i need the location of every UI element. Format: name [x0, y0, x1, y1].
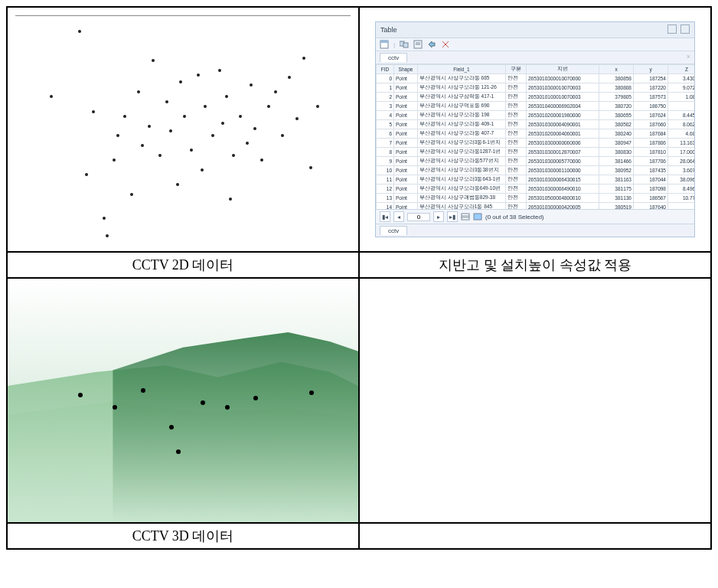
- table-row[interactable]: 11Point부산광역시 사상구모라3동643-1번안전265301030000…: [377, 175, 695, 185]
- select-by-attributes-icon[interactable]: [413, 40, 423, 49]
- bottom-tab[interactable]: cctv: [380, 226, 407, 235]
- show-all-records-icon[interactable]: [461, 212, 470, 221]
- table-row[interactable]: 5Point부산광역시 사상구모라동 409-1안전26530103000040…: [377, 120, 695, 129]
- nav-next-button[interactable]: ▸: [433, 211, 444, 222]
- table-cell: 38.096910: [668, 175, 695, 185]
- scatter-point: [229, 198, 232, 201]
- nav-last-button[interactable]: ▸▮: [447, 211, 458, 222]
- table-cell: 7: [377, 139, 394, 148]
- column-header[interactable]: y: [634, 65, 668, 74]
- table-cell: 안전: [506, 129, 527, 139]
- table-cell: [668, 203, 695, 210]
- column-header[interactable]: x: [599, 65, 634, 74]
- scatter-point: [158, 154, 162, 157]
- table-cell: Point: [394, 185, 418, 194]
- cell-cctv-2d-image: [7, 7, 359, 252]
- table-cell: 187706: [634, 157, 668, 166]
- related-tables-icon[interactable]: [400, 40, 409, 49]
- close-icon[interactable]: [680, 24, 690, 34]
- scatter-point: [137, 90, 140, 93]
- scatter-point: [225, 95, 228, 98]
- table-cell: 안전: [506, 203, 527, 210]
- table-cell: 381466: [599, 157, 634, 166]
- column-header[interactable]: 지번: [527, 65, 599, 74]
- show-selected-records-icon[interactable]: [473, 212, 482, 221]
- switch-selection-icon[interactable]: [427, 40, 436, 49]
- table-cell: 17.000315: [668, 148, 695, 157]
- scatter-point: [302, 57, 305, 60]
- layer-tab-bar: cctv ×: [376, 51, 694, 64]
- tab-close-icon[interactable]: ×: [687, 53, 690, 60]
- table-cell: Point: [394, 166, 418, 175]
- table-cell: 187806: [634, 139, 668, 148]
- scatter-point: [281, 134, 284, 137]
- scatter-point: [103, 217, 106, 220]
- table-cell: 안전: [506, 157, 527, 166]
- scatter-point: [218, 69, 221, 72]
- scatter-point: [316, 105, 319, 108]
- table-cell: 187044: [634, 175, 668, 185]
- bottom-tab-strip: cctv: [376, 224, 694, 237]
- table-row[interactable]: 3Point부산광역시 사상구덕포동 690안전2653010400006902…: [377, 102, 695, 111]
- table-cell: 380502: [599, 120, 634, 129]
- table-cell: 379805: [599, 93, 634, 102]
- table-options-icon[interactable]: [380, 40, 389, 49]
- clear-selection-icon[interactable]: [441, 40, 450, 49]
- terrain-point: [253, 396, 258, 400]
- scatter-point: [141, 144, 144, 147]
- column-header[interactable]: Z: [668, 65, 695, 74]
- table-cell: 부산광역시 사상구모라동 409-1: [418, 120, 506, 129]
- table-row[interactable]: 2Point부산광역시 사상구삼락동 417-1안전26530101000100…: [377, 93, 695, 102]
- table-cell: 187220: [634, 83, 668, 93]
- attribute-table-window: Table |: [375, 21, 695, 237]
- table-row[interactable]: 13Point부산광역시 사상구괘법동829-38안전2653010500004…: [377, 194, 695, 203]
- table-cell: Point: [394, 111, 418, 120]
- table-row[interactable]: 1Point부산광역시 사상구모라동 121-26안전2653010300010…: [377, 83, 695, 93]
- table-row[interactable]: 12Point부산광역시 사상구모라동649-10번안전265301030000…: [377, 185, 695, 194]
- table-cell: 2: [377, 93, 394, 102]
- nav-current-input[interactable]: [407, 213, 430, 221]
- table-cell: 안전: [506, 194, 527, 203]
- table-row[interactable]: 0Point부산광역시 사상구모라동 685안전2653010300010070…: [377, 74, 695, 83]
- table-cell: 3: [377, 102, 394, 111]
- table-cell: 2653010500004800010: [527, 194, 599, 203]
- column-header[interactable]: Shape: [394, 65, 418, 74]
- table-row[interactable]: 7Point부산광역시 사상구모라3동6-1번지안전26530103000000…: [377, 139, 695, 148]
- nav-prev-button[interactable]: ◂: [393, 211, 404, 222]
- table-row[interactable]: 8Point부산광역시 사상구모라동1287-1번안전2653010300012…: [377, 148, 695, 157]
- attribute-table-scroll[interactable]: FIDShapeField_1구분지번xyZCCTV_H 0Point부산광역시…: [376, 64, 694, 209]
- window-control-buttons: [666, 24, 690, 35]
- terrain-3d-view: [8, 279, 358, 522]
- table-cell: 13: [377, 194, 394, 203]
- table-row[interactable]: 6Point부산광역시 사상구모라동 407-7안전26530102000040…: [377, 129, 695, 139]
- caption-empty: [359, 523, 711, 549]
- table-cell: 3.430069: [668, 74, 695, 83]
- table-cell: 0: [377, 74, 394, 83]
- table-cell: 187254: [634, 74, 668, 83]
- scatter-point: [267, 105, 270, 108]
- table-row[interactable]: 14Point부산광역시 사상구모라1동 845안전26530103000004…: [377, 203, 695, 210]
- table-row[interactable]: 4Point부산광역시 사상구모라동 198안전2653010200001980…: [377, 111, 695, 120]
- minimize-icon[interactable]: [667, 24, 677, 34]
- scatter-point: [232, 154, 235, 157]
- table-cell: 안전: [506, 120, 527, 129]
- nav-first-button[interactable]: ▮◂: [380, 211, 390, 222]
- table-cell: 14: [377, 203, 394, 210]
- table-cell: 4: [377, 111, 394, 120]
- table-cell: 187684: [634, 129, 668, 139]
- scatter-point: [201, 168, 204, 172]
- column-header[interactable]: 구분: [506, 65, 527, 74]
- table-cell: 안전: [506, 93, 527, 102]
- table-cell: 187435: [634, 166, 668, 175]
- table-cell: Point: [394, 74, 418, 83]
- column-header[interactable]: FID: [377, 65, 394, 74]
- table-cell: 187640: [634, 203, 668, 210]
- layer-tab[interactable]: cctv: [380, 53, 407, 62]
- table-row[interactable]: 9Point부산광역시 사상구모라동577번지안전265301030000577…: [377, 157, 695, 166]
- attribute-window-titlebar: Table: [376, 22, 694, 38]
- table-row[interactable]: 10Point부산광역시 사상구모라3동38번지안전26530103000011…: [377, 166, 695, 175]
- table-cell: 380947: [599, 139, 634, 148]
- column-header[interactable]: Field_1: [418, 65, 506, 74]
- scatter-point: [295, 117, 299, 120]
- table-cell: 안전: [506, 175, 527, 185]
